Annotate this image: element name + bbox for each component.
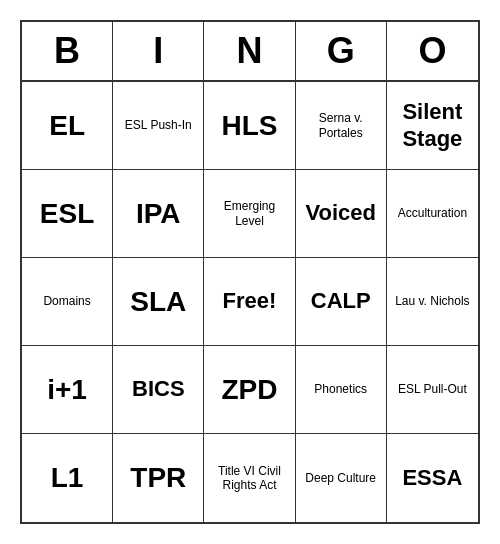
bingo-cell-24: ESSA <box>387 434 478 522</box>
bingo-cell-22: Title VI Civil Rights Act <box>204 434 295 522</box>
header-letter: O <box>387 22 478 80</box>
bingo-cell-9: Acculturation <box>387 170 478 258</box>
bingo-cell-2: HLS <box>204 82 295 170</box>
header-letter: N <box>204 22 295 80</box>
bingo-header: BINGO <box>22 22 478 82</box>
bingo-cell-13: CALP <box>296 258 387 346</box>
bingo-grid: ELESL Push-InHLSSerna v. PortalesSilent … <box>22 82 478 522</box>
bingo-cell-0: EL <box>22 82 113 170</box>
bingo-cell-21: TPR <box>113 434 204 522</box>
bingo-cell-16: BICS <box>113 346 204 434</box>
bingo-cell-17: ZPD <box>204 346 295 434</box>
bingo-cell-1: ESL Push-In <box>113 82 204 170</box>
bingo-cell-3: Serna v. Portales <box>296 82 387 170</box>
bingo-cell-8: Voiced <box>296 170 387 258</box>
bingo-cell-6: IPA <box>113 170 204 258</box>
bingo-cell-10: Domains <box>22 258 113 346</box>
bingo-cell-11: SLA <box>113 258 204 346</box>
header-letter: I <box>113 22 204 80</box>
bingo-cell-5: ESL <box>22 170 113 258</box>
bingo-cell-19: ESL Pull-Out <box>387 346 478 434</box>
bingo-cell-7: Emerging Level <box>204 170 295 258</box>
bingo-cell-18: Phonetics <box>296 346 387 434</box>
bingo-cell-20: L1 <box>22 434 113 522</box>
bingo-cell-23: Deep Culture <box>296 434 387 522</box>
header-letter: G <box>296 22 387 80</box>
bingo-cell-12: Free! <box>204 258 295 346</box>
header-letter: B <box>22 22 113 80</box>
bingo-card: BINGO ELESL Push-InHLSSerna v. PortalesS… <box>20 20 480 524</box>
bingo-cell-14: Lau v. Nichols <box>387 258 478 346</box>
bingo-cell-15: i+1 <box>22 346 113 434</box>
bingo-cell-4: Silent Stage <box>387 82 478 170</box>
